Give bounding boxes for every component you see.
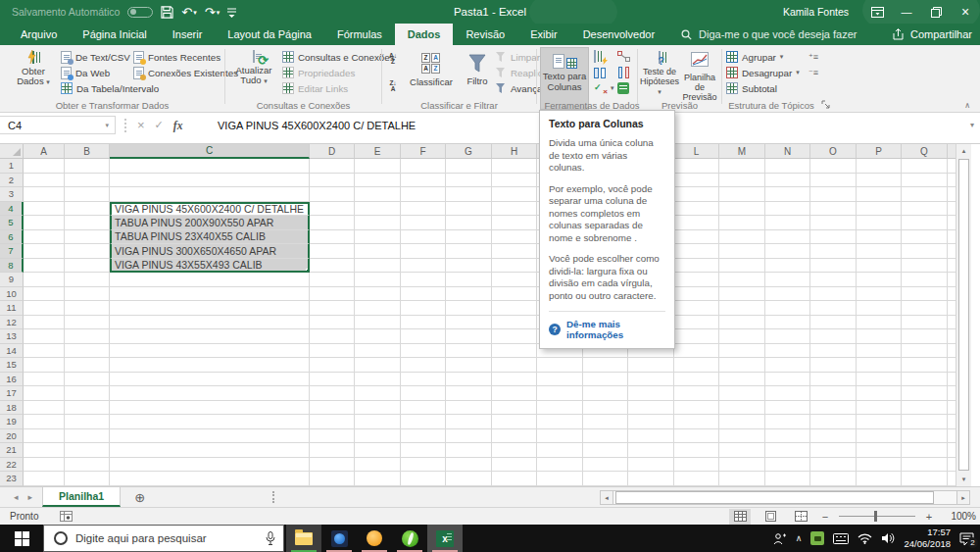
cell-B7[interactable]: [65, 244, 110, 259]
cell-Q11[interactable]: [902, 301, 948, 316]
wifi-icon[interactable]: [858, 533, 872, 544]
cell-H16[interactable]: [492, 373, 537, 387]
taskbar-file-explorer[interactable]: [286, 525, 321, 552]
cell-N6[interactable]: [765, 230, 810, 245]
cell-O22[interactable]: [810, 458, 857, 473]
sheet-tab-planilha1[interactable]: Planilha1: [42, 487, 121, 507]
cell-J18[interactable]: [583, 401, 628, 416]
cell-B14[interactable]: [65, 344, 110, 359]
cancel-icon[interactable]: ×: [137, 118, 145, 132]
tab-fórmulas[interactable]: Fórmulas: [324, 24, 395, 45]
from-web-button[interactable]: Da Web: [61, 65, 110, 80]
cell-M8[interactable]: [719, 259, 765, 274]
cell-E8[interactable]: [355, 259, 401, 274]
cell-B6[interactable]: [65, 230, 110, 245]
row-header-13[interactable]: 13: [0, 329, 24, 344]
cell-partial-14[interactable]: [948, 344, 956, 359]
cell-partial-21[interactable]: [948, 443, 956, 458]
cell-B10[interactable]: [65, 287, 110, 302]
cell-F9[interactable]: [401, 273, 446, 287]
cell-G1[interactable]: [446, 159, 492, 174]
tab-layout-da-página[interactable]: Layout da Página: [215, 24, 324, 45]
cell-L9[interactable]: [674, 273, 719, 287]
cell-M4[interactable]: [719, 202, 765, 217]
cell-N2[interactable]: [765, 174, 810, 188]
cell-M18[interactable]: [719, 401, 765, 416]
normal-view-icon[interactable]: [729, 509, 751, 525]
cell-H11[interactable]: [492, 301, 537, 316]
cell-M15[interactable]: [719, 358, 765, 373]
cell-P17[interactable]: [857, 386, 902, 401]
cell-N22[interactable]: [765, 458, 810, 473]
cell-F11[interactable]: [401, 301, 446, 316]
cell-N14[interactable]: [765, 344, 810, 359]
row-header-16[interactable]: 16: [0, 373, 24, 387]
cell-B16[interactable]: [65, 373, 110, 387]
cell-G9[interactable]: [446, 273, 492, 287]
cell-F14[interactable]: [401, 344, 446, 359]
cell-O12[interactable]: [810, 316, 857, 330]
cell-O9[interactable]: [810, 273, 857, 287]
cell-A8[interactable]: [24, 259, 65, 274]
tab-página-inicial[interactable]: Página Inicial: [70, 24, 159, 45]
cell-partial-13[interactable]: [948, 329, 956, 344]
cell-Q7[interactable]: [902, 244, 948, 259]
cell-N18[interactable]: [765, 401, 810, 416]
cell-D13[interactable]: [310, 329, 355, 344]
cell-B9[interactable]: [65, 273, 110, 287]
cell-P7[interactable]: [857, 244, 902, 259]
cell-D9[interactable]: [310, 273, 355, 287]
cell-B12[interactable]: [65, 316, 110, 330]
cell-C22[interactable]: [110, 458, 310, 473]
cell-C18[interactable]: [110, 401, 310, 416]
zoom-out-icon[interactable]: −: [820, 511, 830, 523]
cell-E7[interactable]: [355, 244, 401, 259]
cell-N19[interactable]: [765, 415, 810, 429]
cell-P13[interactable]: [857, 329, 902, 344]
cell-O5[interactable]: [810, 216, 857, 230]
cell-Q13[interactable]: [902, 329, 948, 344]
cell-partial-8[interactable]: [948, 259, 956, 274]
cell-B3[interactable]: [65, 187, 110, 202]
row-header-12[interactable]: 12: [0, 316, 24, 330]
cell-D4[interactable]: [310, 202, 355, 217]
cell-O8[interactable]: [810, 259, 857, 274]
cell-O15[interactable]: [810, 358, 857, 373]
cell-D2[interactable]: [310, 174, 355, 188]
cell-E14[interactable]: [355, 344, 401, 359]
cell-I22[interactable]: [537, 458, 583, 473]
cell-partial-22[interactable]: [948, 458, 956, 473]
cell-A17[interactable]: [24, 386, 65, 401]
cell-A23[interactable]: [24, 472, 65, 486]
cell-N13[interactable]: [765, 329, 810, 344]
cell-partial-7[interactable]: [948, 244, 956, 259]
cell-G18[interactable]: [446, 401, 492, 416]
cell-A3[interactable]: [24, 187, 65, 202]
cell-D14[interactable]: [310, 344, 355, 359]
cell-L14[interactable]: [674, 344, 719, 359]
column-header-O[interactable]: O: [810, 144, 857, 159]
cell-A9[interactable]: [24, 273, 65, 287]
cell-C21[interactable]: [110, 443, 310, 458]
cell-G21[interactable]: [446, 443, 492, 458]
cell-L3[interactable]: [674, 187, 719, 202]
cell-K23[interactable]: [628, 472, 674, 486]
cell-H23[interactable]: [492, 472, 537, 486]
cell-J21[interactable]: [583, 443, 628, 458]
cell-E20[interactable]: [355, 429, 401, 444]
cell-partial-5[interactable]: [948, 216, 956, 230]
cell-Q16[interactable]: [902, 373, 948, 387]
scroll-left-icon[interactable]: ◂: [600, 490, 613, 505]
cell-H5[interactable]: [492, 216, 537, 230]
cell-P6[interactable]: [857, 230, 902, 245]
cell-I21[interactable]: [537, 443, 583, 458]
cell-M23[interactable]: [719, 472, 765, 486]
cell-H14[interactable]: [492, 344, 537, 359]
cell-E12[interactable]: [355, 316, 401, 330]
column-header-H[interactable]: H: [492, 144, 537, 159]
cell-partial-19[interactable]: [948, 415, 956, 429]
prev-sheet-icon[interactable]: ◂: [14, 492, 19, 502]
cell-C2[interactable]: [110, 174, 310, 188]
name-box-caret-icon[interactable]: ▾: [105, 122, 109, 129]
cell-M19[interactable]: [719, 415, 765, 429]
